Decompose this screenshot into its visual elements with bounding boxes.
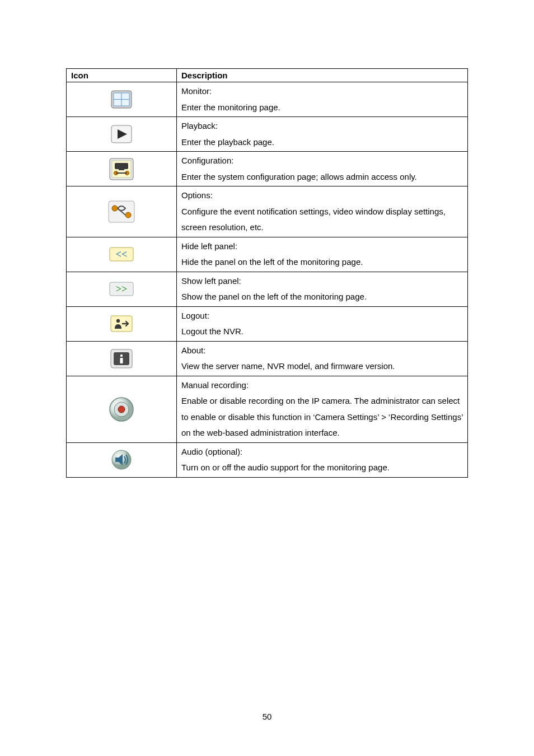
- show-left-panel-icon: >>: [67, 272, 177, 306]
- page-number: 50: [0, 712, 534, 721]
- logout-icon: [67, 306, 177, 341]
- hide-left-panel-icon: <<: [67, 237, 177, 272]
- configuration-icon: [67, 152, 177, 186]
- table-header-icon: Icon: [67, 69, 177, 82]
- monitor-desc: Enter the monitoring page.: [181, 102, 280, 112]
- svg-rect-9: [119, 169, 124, 170]
- configuration-desc: Enter the system configuration page; all…: [181, 172, 417, 181]
- svg-point-25: [120, 354, 123, 356]
- svg-rect-8: [115, 163, 128, 169]
- table-row: Manual recording: Enable or disable reco…: [67, 376, 468, 442]
- audio-desc: Turn on or off the audio support for the…: [181, 463, 390, 472]
- playback-icon: [67, 117, 177, 152]
- table-row: Logout: Logout the NVR.: [67, 306, 468, 341]
- hide-left-panel-desc: Hide the panel on the left of the monito…: [181, 257, 363, 267]
- show-left-panel-desc: Show the panel on the left of the monito…: [181, 292, 367, 301]
- monitor-title: Monitor:: [181, 86, 212, 96]
- icon-description-table: Icon Description: [66, 68, 468, 478]
- configuration-title: Configuration:: [181, 156, 233, 165]
- svg-rect-31: [115, 458, 119, 462]
- svg-point-29: [118, 406, 125, 413]
- svg-rect-26: [120, 358, 123, 363]
- svg-rect-21: [111, 316, 132, 332]
- manual-recording-desc: Enable or disable recording on the IP ca…: [181, 396, 463, 437]
- table-row: Configuration: Enter the system configur…: [67, 152, 468, 186]
- svg-text:>>: >>: [116, 283, 128, 295]
- manual-recording-icon: [67, 376, 177, 442]
- svg-point-22: [116, 319, 120, 323]
- svg-point-15: [125, 212, 131, 218]
- table-row: >> Show left panel: Show the panel on th…: [67, 272, 468, 306]
- table-row: Options: Configure the event notificatio…: [67, 186, 468, 237]
- manual-recording-title: Manual recording:: [181, 380, 249, 390]
- hide-left-panel-title: Hide left panel:: [181, 241, 237, 251]
- options-icon: [67, 186, 177, 237]
- logout-desc: Logout the NVR.: [181, 326, 243, 336]
- table-row: << Hide left panel: Hide the panel on th…: [67, 237, 468, 272]
- playback-title: Playback:: [181, 121, 218, 130]
- show-left-panel-title: Show left panel:: [181, 276, 241, 286]
- options-title: Options:: [181, 190, 213, 200]
- audio-icon: [67, 442, 177, 477]
- svg-text:<<: <<: [116, 249, 128, 260]
- table-header-description: Description: [177, 69, 468, 82]
- playback-desc: Enter the playback page.: [181, 137, 274, 147]
- monitor-icon: [67, 82, 177, 117]
- svg-point-14: [112, 206, 118, 211]
- table-row: Monitor: Enter the monitoring page.: [67, 82, 468, 117]
- about-desc: View the server name, NVR model, and fir…: [181, 361, 395, 371]
- about-title: About:: [181, 346, 205, 355]
- table-row: About: View the server name, NVR model, …: [67, 341, 468, 376]
- table-row: Audio (optional): Turn on or off the aud…: [67, 442, 468, 477]
- audio-title: Audio (optional):: [181, 447, 242, 456]
- logout-title: Logout:: [181, 311, 209, 320]
- about-icon: [67, 341, 177, 376]
- options-desc: Configure the event notification setting…: [181, 207, 446, 232]
- table-row: Playback: Enter the playback page.: [67, 117, 468, 152]
